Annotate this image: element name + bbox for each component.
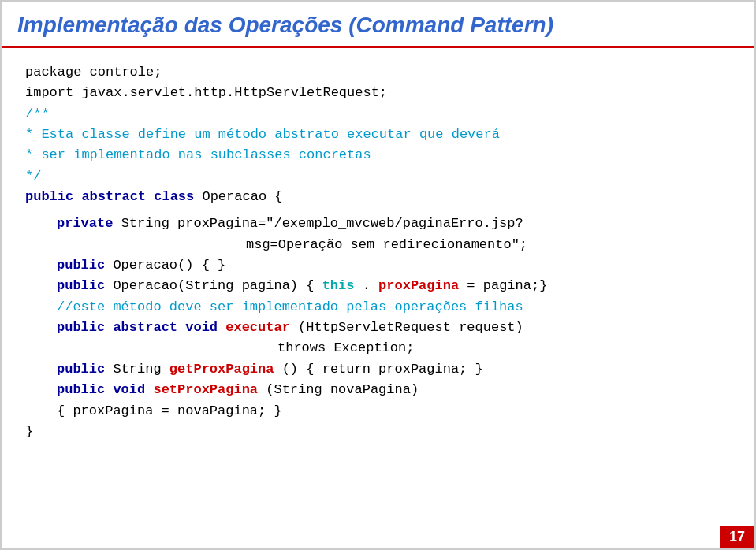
code-keyword: abstract (113, 320, 177, 335)
code-keyword: public (57, 320, 105, 335)
code-comment: */ (25, 169, 41, 184)
code-line-9: msg=Operação sem redirecionamento"; (25, 235, 731, 255)
code-line-6: */ (25, 166, 731, 187)
page-number: 17 (720, 526, 754, 548)
code-text: msg=Operação sem redirecionamento"; (246, 237, 527, 252)
code-comment: * ser implementado nas subclasses concre… (25, 147, 371, 162)
slide-content: package controle; import javax.servlet.h… (2, 48, 754, 522)
code-line-17: { proxPagina = novaPagina; } (57, 401, 731, 422)
code-text: String proxPagina="/exemplo_mvcweb/pagin… (121, 216, 523, 231)
code-text: (String novaPagina) (266, 382, 419, 397)
code-text: () { return proxPagina; } (282, 362, 483, 377)
code-line-18: } (25, 422, 731, 442)
code-keyword: public (57, 278, 105, 293)
code-line-16: public void setProxPagina (String novaPa… (57, 380, 731, 400)
code-text: = pagina;} (467, 278, 547, 293)
code-keyword: public (57, 258, 105, 273)
code-line-2: import javax.servlet.http.HttpServletReq… (25, 83, 731, 103)
code-line-11: public Operacao(String pagina) { this . … (57, 276, 731, 296)
code-this-keyword: this (322, 278, 355, 293)
code-text: throws Exception; (277, 340, 414, 355)
code-method: proxPagina (378, 278, 459, 293)
code-text: Operacao() { } (113, 258, 225, 273)
code-text: (HttpServletRequest request) (298, 320, 523, 335)
code-keyword: public (57, 382, 105, 397)
code-text: import javax.servlet.http.HttpServletReq… (25, 85, 387, 100)
code-line-12: //este método deve ser implementado pela… (57, 297, 731, 318)
code-method-name: executar (225, 320, 290, 335)
code-line-5: * ser implementado nas subclasses concre… (25, 145, 731, 165)
code-line-4: * Esta classe define um método abstrato … (25, 124, 731, 145)
code-comment: * Esta classe define um método abstrato … (25, 127, 500, 142)
spacer (25, 207, 731, 214)
code-line-3: /** (25, 104, 731, 124)
code-keyword: private (57, 216, 113, 231)
code-line-15: public String getProxPagina () { return … (57, 359, 731, 380)
code-comment: //este método deve ser implementado pela… (57, 299, 523, 314)
code-keyword: void (185, 320, 218, 335)
code-text: Operacao { (202, 189, 282, 204)
code-keyword: public (57, 362, 105, 377)
code-line-8: private String proxPagina="/exemplo_mvcw… (57, 214, 731, 234)
code-text: Operacao(String pagina) { (113, 278, 322, 293)
code-text: } (25, 424, 33, 439)
code-method-name: getProxPagina (169, 362, 274, 377)
code-text: package controle; (25, 65, 162, 80)
code-keyword: class (154, 189, 194, 204)
slide-footer: 17 (2, 522, 754, 548)
code-line-14: throws Exception; (277, 338, 731, 359)
slide: Implementação das Operações (Command Pat… (0, 0, 756, 550)
code-line-1: package controle; (25, 62, 731, 83)
code-line-10: public Operacao() { } (57, 255, 731, 276)
code-text: . (363, 278, 371, 293)
slide-header: Implementação das Operações (Command Pat… (2, 2, 754, 48)
code-keyword: abstract (81, 189, 146, 204)
code-line-7: public abstract class Operacao { (25, 187, 731, 207)
code-line-13: public abstract void executar (HttpServl… (57, 318, 731, 338)
code-text: String (113, 362, 169, 377)
code-comment: /** (25, 106, 50, 121)
code-keyword: void (113, 382, 145, 397)
code-keyword: public (25, 189, 73, 204)
code-text: { proxPagina = novaPagina; } (57, 403, 282, 418)
slide-title: Implementação das Operações (Command Pat… (17, 13, 739, 38)
code-block: package controle; import javax.servlet.h… (25, 62, 731, 442)
code-method-name: setProxPagina (153, 382, 258, 397)
